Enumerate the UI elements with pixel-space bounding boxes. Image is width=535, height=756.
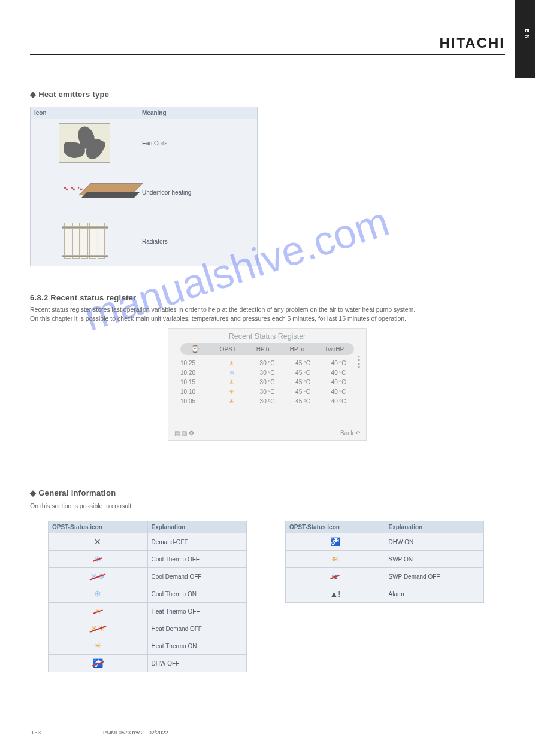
clock-icon: ⌚ — [191, 345, 200, 353]
col-icon: Icon — [31, 107, 138, 119]
x-sun-icon: ✕☀ — [90, 624, 105, 633]
table-row: Radiators — [31, 217, 258, 266]
table-row: 🚰DHW ON — [286, 533, 484, 551]
section-general-info-title: ◆ General information — [30, 488, 116, 497]
back-button[interactable]: Back ↶ — [340, 430, 360, 436]
register-rows: 10:25☀30 ºC45 ºC40 ºC 10:20❄30 ºC45 ºC40… — [168, 359, 366, 406]
table-row: ✕☀Heat Demand OFF — [49, 620, 247, 637]
scroll-dots: ···· — [356, 354, 361, 368]
register-columns: ⌚ OPST HPTi HPTo TwoHP — [180, 343, 354, 355]
table-row: ✕❄Cool Demand OFF — [49, 568, 247, 585]
section-recent-status-title: 6.8.2 Recent status register — [30, 293, 136, 302]
brand-logo: HITACHI — [439, 35, 505, 51]
table-row: ❄Cool Thermo ON — [49, 585, 247, 603]
sun-icon: ☀ — [94, 641, 102, 651]
col-meaning: Meaning — [138, 107, 258, 119]
col-hpti: HPTi — [256, 346, 270, 353]
warning-icon: ▲! — [330, 589, 340, 599]
footer-icons: ▤ ▥ ⚙ — [174, 430, 194, 436]
table-row: ☀Heat Thermo OFF — [49, 603, 247, 620]
snowflake-strike-icon: ❄ — [94, 554, 101, 564]
table-row: 10:20❄30 ºC45 ºC40 ºC — [180, 368, 354, 378]
header-rule — [30, 54, 505, 55]
icon-cell — [31, 217, 138, 266]
table-row: ✕Demand-OFF — [49, 533, 247, 551]
section-recent-status-body: Recent status register stores last opera… — [30, 305, 503, 323]
col-hpto: HPTo — [290, 346, 304, 353]
table-row: 10:05☀30 ºC45 ºC40 ºC — [180, 397, 354, 406]
opst-table-2: OPST-Status iconExplanation 🚰DHW ON ≋SWP… — [285, 521, 484, 603]
underfloor-icon: ∿∿∿ — [58, 177, 111, 207]
doc-code: PMML0573 rev.2 - 02/2022 — [103, 727, 199, 736]
register-title: Recent Status Register — [168, 329, 366, 343]
table-row: Fan Coils — [31, 119, 258, 168]
meaning-cell: Radiators — [138, 217, 258, 266]
meaning-cell: Fan Coils — [138, 119, 258, 168]
col-opst: OPST — [220, 346, 236, 353]
table-row: ☀Heat Thermo ON — [49, 637, 247, 655]
x-icon: ✕ — [94, 537, 101, 546]
page-number: 153 — [31, 727, 97, 736]
table-row: ≋SWP ON — [286, 551, 484, 568]
table-row: 10:15☀30 ºC45 ºC40 ºC — [180, 378, 354, 387]
tap-strike-icon: 🚰 — [93, 658, 103, 668]
page-footer: 153 PMML0573 rev.2 - 02/2022 — [31, 727, 504, 736]
x-snowflake-icon: ✕❄ — [90, 572, 105, 581]
icon-cell: ∿∿∿ — [31, 168, 138, 217]
icon-cell — [31, 119, 138, 168]
meaning-cell: Underfloor heating — [138, 168, 258, 217]
fan-icon — [59, 123, 110, 163]
snowflake-icon: ❄ — [94, 589, 101, 599]
opst-table-1: OPST-Status iconExplanation ✕Demand-OFF … — [48, 521, 247, 672]
heat-emitters-table: Icon Meaning Fan Coils ∿∿∿ Underfloor he… — [30, 107, 258, 266]
table-row: 🚰DHW OFF — [49, 655, 247, 672]
section-heat-emitters-title: ◆ Heat emitters type — [30, 90, 109, 99]
wave-strike-icon: ≋ — [331, 572, 338, 581]
recent-status-register-panel: Recent Status Register ⌚ OPST HPTi HPTo … — [168, 328, 367, 441]
table-row: 10:25☀30 ºC45 ºC40 ºC — [180, 359, 354, 368]
table-row: ❄Cool Thermo OFF — [49, 551, 247, 568]
side-tab: EN — [515, 0, 535, 78]
section-general-info-body: On this section is possible to consult: — [30, 502, 133, 511]
table-row: ≋SWP Demand OFF — [286, 568, 484, 585]
tap-icon: 🚰 — [330, 537, 340, 546]
sun-strike-icon: ☀ — [94, 606, 102, 616]
radiator-icon — [61, 223, 108, 261]
table-row: ▲!Alarm — [286, 585, 484, 603]
col-twohp: TwoHP — [325, 346, 344, 353]
table-row: 10:10☀30 ºC45 ºC40 ºC — [180, 387, 354, 397]
wave-icon: ≋ — [331, 554, 338, 564]
lang-tag: EN — [524, 29, 530, 41]
table-row: ∿∿∿ Underfloor heating — [31, 168, 258, 217]
